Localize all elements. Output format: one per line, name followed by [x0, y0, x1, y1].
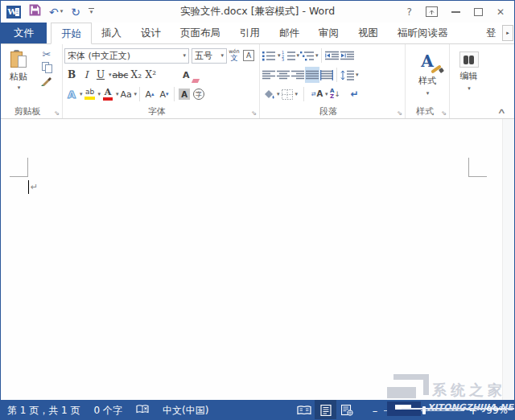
character-border-button[interactable]: A	[241, 47, 256, 64]
customize-qat-button[interactable]: ▾	[89, 8, 94, 15]
show-hide-marks-button[interactable]: ↵	[348, 86, 362, 102]
borders-button[interactable]	[280, 86, 295, 102]
eraser-icon	[192, 79, 200, 83]
align-center-button[interactable]	[276, 67, 290, 83]
decrease-indent-button[interactable]	[324, 47, 340, 64]
zoom-in-button[interactable]: +	[468, 405, 479, 417]
zoom-slider[interactable]	[384, 406, 464, 414]
zoom-percentage[interactable]: 99%	[479, 405, 508, 416]
tab-sign-in[interactable]: 登	[484, 23, 502, 43]
redo-button[interactable]: ↻	[71, 6, 80, 18]
tab-review[interactable]: 审阅	[309, 23, 348, 43]
bullets-button[interactable]	[262, 47, 277, 64]
grow-font-button[interactable]: A▴	[142, 86, 157, 102]
paragraph-group-label: 段落	[260, 105, 397, 117]
undo-dropdown-icon[interactable]: ▾	[60, 9, 64, 14]
multilevel-dropdown-icon[interactable]: ▾	[315, 52, 319, 59]
styles-button[interactable]: A 样式 ▾	[407, 46, 447, 104]
paste-dropdown-icon[interactable]: ▾	[18, 84, 21, 91]
highlight-color-button[interactable]: ab	[83, 86, 97, 102]
font-color-button[interactable]: A	[101, 86, 115, 102]
align-left-button[interactable]	[262, 67, 276, 83]
tab-mailings[interactable]: 邮件	[270, 23, 309, 43]
ribbon-display-icon	[426, 6, 438, 17]
document-page[interactable]: ↵	[1, 119, 514, 400]
align-right-button[interactable]	[290, 67, 305, 83]
tab-view[interactable]: 视图	[348, 23, 388, 43]
undo-button[interactable]: ↶▾	[49, 6, 63, 18]
tab-insert[interactable]: 插入	[92, 23, 131, 43]
cut-button[interactable]: ✂	[43, 49, 52, 60]
margin-mark-right-horizontal	[468, 176, 487, 177]
strikethrough-button[interactable]: abc	[112, 67, 130, 83]
proofing-status-button[interactable]	[136, 404, 149, 417]
tab-foxit-reader[interactable]: 福昕阅读器	[388, 23, 458, 43]
ribbon-display-options-button[interactable]	[426, 6, 438, 17]
print-layout-icon	[320, 405, 332, 416]
clipboard-dialog-launcher[interactable]: ⇘	[54, 109, 60, 117]
numbering-button[interactable]: 123	[281, 47, 296, 64]
paragraph-mark-icon: ↵	[351, 89, 359, 100]
help-button[interactable]: ?	[407, 7, 412, 17]
sort-button[interactable]: AZ↓	[328, 86, 343, 102]
font-color-letter: A	[105, 88, 112, 97]
copy-button[interactable]	[42, 62, 52, 73]
styles-group: A 样式 ▾ 样式 ⇘	[406, 44, 450, 118]
asian-layout-button[interactable]: ⇄A	[310, 86, 324, 102]
zoom-out-button[interactable]: –	[369, 405, 381, 417]
save-button[interactable]	[29, 4, 41, 19]
chevron-down-icon[interactable]: ▾	[220, 52, 224, 59]
binoculars-icon	[459, 51, 479, 68]
word-count-indicator[interactable]: 0 个字	[94, 404, 122, 418]
subscript-button[interactable]: X₂	[129, 67, 143, 83]
format-painter-button[interactable]	[41, 76, 52, 89]
clear-formatting-button[interactable]: A	[179, 67, 193, 83]
superscript-button[interactable]: X²	[143, 67, 158, 83]
tab-design[interactable]: 设计	[131, 23, 171, 43]
page-number-indicator[interactable]: 第 1 页，共 1 页	[7, 404, 80, 418]
tab-references[interactable]: 引用	[230, 23, 270, 43]
multilevel-list-button[interactable]	[299, 47, 315, 64]
tab-home[interactable]: 开始	[51, 23, 92, 44]
bold-button[interactable]: B	[64, 67, 79, 83]
line-spacing-dropdown-icon[interactable]: ▾	[356, 72, 359, 78]
maximize-button[interactable]	[474, 8, 483, 16]
font-name-combobox[interactable]: 宋体 (中文正文) ▾	[64, 48, 189, 64]
chevron-down-icon[interactable]: ▾	[183, 52, 186, 59]
font-size-combobox[interactable]: 五号 ▾	[192, 48, 227, 64]
language-indicator[interactable]: 中文(中国)	[163, 404, 208, 418]
tab-page-layout[interactable]: 页面布局	[171, 23, 230, 43]
character-shading-button[interactable]: A	[177, 86, 192, 102]
print-layout-view-button[interactable]	[315, 400, 336, 420]
line-spacing-button[interactable]	[340, 67, 355, 83]
web-layout-view-button[interactable]	[336, 400, 358, 420]
italic-button[interactable]: I	[79, 67, 93, 83]
text-effects-button[interactable]: A	[64, 86, 79, 102]
underline-button[interactable]: U	[93, 67, 108, 83]
borders-dropdown-icon[interactable]: ▾	[295, 91, 299, 97]
tab-scroll-right-button[interactable]: ▸	[502, 25, 513, 41]
read-mode-view-button[interactable]	[293, 400, 315, 420]
enclose-characters-button[interactable]: 字	[192, 86, 206, 102]
tab-file[interactable]: 文件	[1, 22, 47, 43]
paste-button[interactable]: 粘贴 ▾	[2, 46, 35, 105]
phonetic-guide-button[interactable]: wén 文	[227, 47, 241, 64]
vertical-scrollbar[interactable]	[502, 119, 514, 400]
change-case-dropdown-icon[interactable]: ▾	[134, 91, 138, 97]
paragraph-dialog-launcher[interactable]: ⇘	[397, 109, 402, 117]
minimize-button[interactable]	[451, 11, 460, 13]
shading-button[interactable]	[262, 86, 276, 102]
justify-button[interactable]	[305, 67, 319, 83]
shrink-font-button[interactable]: A▾	[157, 86, 171, 102]
collapse-ribbon-button[interactable]: ∧	[497, 107, 506, 115]
close-button[interactable]: ✕	[496, 7, 505, 17]
editing-button[interactable]: 编辑 ▾	[451, 46, 486, 104]
editing-group: 编辑 ▾	[450, 44, 488, 118]
font-dialog-launcher[interactable]: ⇘	[251, 109, 257, 117]
clear-formatting-letter: A	[183, 70, 190, 80]
zoom-slider-thumb[interactable]	[422, 406, 426, 414]
styles-dialog-launcher[interactable]: ⇘	[441, 109, 447, 117]
change-case-button[interactable]: Aa	[119, 86, 134, 102]
increase-indent-button[interactable]	[340, 47, 355, 64]
distribute-button[interactable]	[319, 67, 334, 83]
